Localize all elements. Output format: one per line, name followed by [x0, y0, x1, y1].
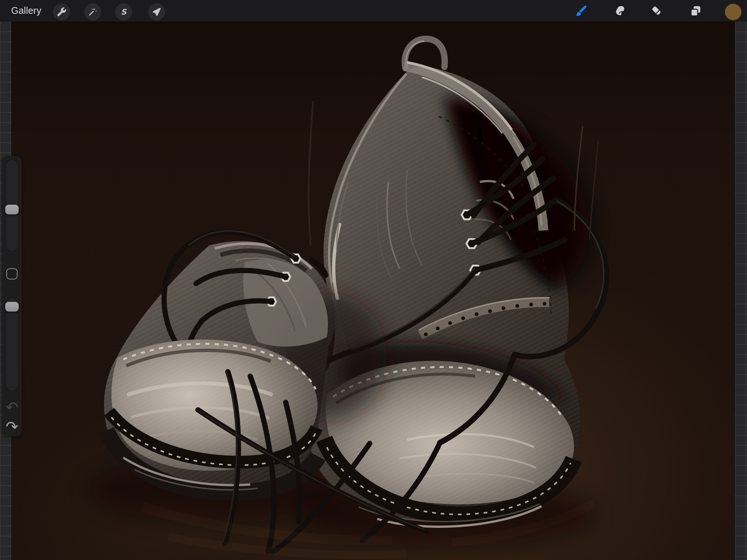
smudge-tool-button[interactable]: [613, 4, 625, 17]
workspace-edge-right: [735, 21, 747, 560]
wrench-icon: [57, 7, 66, 17]
top-toolbar: Gallery S: [0, 0, 747, 22]
smudge-finger-icon: [613, 5, 625, 17]
current-color-icon: [725, 3, 742, 21]
procreate-canvas-view: { "app": {"name": "Procreate canvas view…: [0, 0, 747, 560]
color-swatch-button[interactable]: [725, 3, 742, 21]
redo-icon: ↷: [6, 419, 18, 434]
actions-button[interactable]: [53, 3, 70, 21]
paintbrush-icon: [575, 5, 587, 17]
selection-s-icon: S: [119, 7, 128, 17]
magic-wand-icon: [88, 7, 97, 17]
svg-text:S: S: [121, 7, 127, 16]
brush-opacity-handle[interactable]: [5, 302, 19, 312]
undo-icon: ↶: [6, 400, 18, 415]
redo-button[interactable]: ↷: [2, 418, 22, 435]
paint-tool-button[interactable]: [574, 4, 587, 17]
move-arrow-icon: [152, 7, 161, 17]
erase-tool-button[interactable]: [650, 4, 663, 17]
brush-size-handle[interactable]: [5, 205, 19, 214]
layers-button[interactable]: [689, 4, 702, 17]
transform-button[interactable]: [148, 3, 165, 21]
eraser-icon: [651, 5, 663, 17]
gallery-button[interactable]: Gallery: [11, 0, 41, 21]
brush-opacity-slider[interactable]: [6, 298, 18, 391]
adjustments-button[interactable]: [84, 3, 101, 21]
brush-sidebar: ↶ ↷: [2, 156, 22, 436]
undo-button[interactable]: ↶: [2, 399, 22, 415]
layers-icon: [689, 5, 702, 17]
modify-button[interactable]: [6, 268, 18, 279]
selection-button[interactable]: S: [115, 3, 132, 21]
canvas-artwork[interactable]: [11, 21, 735, 560]
brush-size-slider[interactable]: [6, 160, 18, 251]
